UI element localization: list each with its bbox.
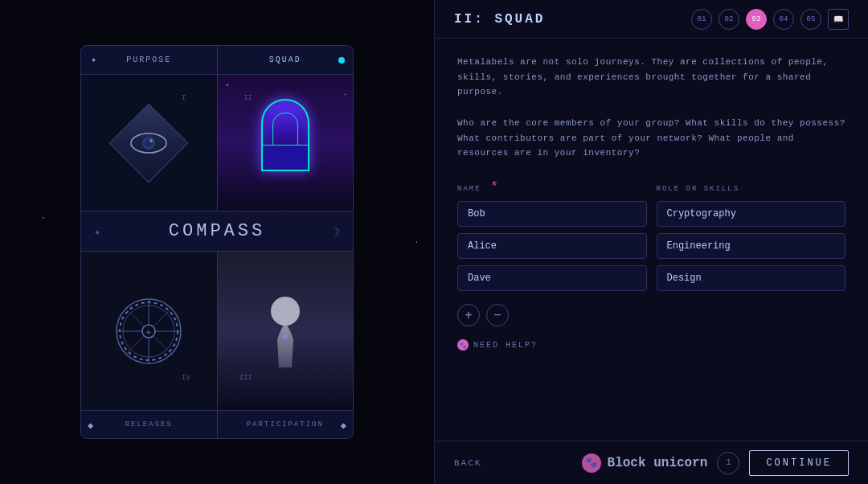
card-title-section: ✦ COMPASS ☽	[81, 211, 353, 252]
description-text: Metalabels are not solo journeys. They a…	[457, 55, 845, 100]
corner-diamond-bl: ◆	[88, 420, 93, 432]
step-05[interactable]: 05	[800, 9, 821, 30]
required-indicator: *	[483, 180, 498, 195]
card-top-images: I II ✦ ✦	[81, 75, 353, 211]
tab-participation[interactable]: PARTICIPATION	[218, 411, 354, 438]
name-column-label: NAME	[457, 185, 481, 193]
corner-diamond-br: ◆	[341, 420, 346, 432]
roman-II: II	[244, 94, 252, 102]
need-help-section: 🐾 NEED HELP?	[457, 339, 845, 351]
watermark: 🐾 Block unicorn	[582, 453, 708, 473]
compass-card: ✦ PURPOSE SQUAD I II	[80, 45, 354, 439]
section-title: II: SQUAD	[454, 12, 545, 27]
hand-svg	[261, 295, 309, 367]
step-01[interactable]: 01	[691, 9, 712, 30]
svg-point-13	[271, 297, 300, 326]
star-decoration: ✦	[226, 81, 230, 88]
card-eye-image	[81, 75, 218, 211]
member-name-2[interactable]	[457, 233, 647, 259]
right-panel: II: SQUAD 01 02 03 04 05 📖 Metalabels ar…	[434, 0, 868, 484]
role-column-label: ROLE OR SKILLS	[657, 185, 740, 193]
remove-member-button[interactable]: −	[486, 304, 509, 326]
squad-row-1	[457, 201, 845, 227]
step-04[interactable]: 04	[773, 9, 794, 30]
roman-IV: IV	[182, 374, 190, 382]
card-window-image: ✦ ✦	[218, 75, 354, 211]
step-book[interactable]: 📖	[828, 9, 849, 30]
moon-right: ☽	[334, 224, 340, 238]
squad-row-3	[457, 265, 845, 291]
watermark-icon: 🐾	[582, 453, 601, 473]
squad-row-2	[457, 233, 845, 259]
card-hand-image	[218, 252, 354, 410]
card-tabs: PURPOSE SQUAD	[81, 46, 353, 75]
card-compass-image: ✛	[81, 252, 218, 410]
add-member-button[interactable]: +	[457, 304, 480, 326]
squad-form: NAME * ROLE OR SKILLS	[457, 180, 845, 351]
star-decoration2: ✦	[343, 91, 346, 97]
help-icon: 🐾	[457, 339, 469, 351]
svg-point-16	[283, 334, 288, 339]
card-bottom-images: IV III ✛	[81, 252, 353, 411]
right-footer: BACK 🐾 Block unicorn 1 CONTINUE	[435, 441, 868, 484]
tab-purpose[interactable]: PURPOSE	[81, 46, 218, 74]
page-indicator: 1	[717, 452, 739, 474]
help-label[interactable]: NEED HELP?	[473, 341, 538, 350]
roman-III: III	[240, 374, 252, 382]
back-button[interactable]: BACK	[454, 458, 481, 468]
member-name-1[interactable]	[457, 201, 647, 227]
member-role-3[interactable]	[657, 265, 846, 291]
roman-I: I	[182, 94, 186, 102]
continue-button[interactable]: CONTINUE	[749, 450, 849, 476]
left-panel: ✦ PURPOSE SQUAD I II	[0, 0, 434, 484]
member-role-2[interactable]	[657, 233, 846, 259]
footer-right: 🐾 Block unicorn 1 CONTINUE	[582, 450, 849, 476]
eye-svg	[129, 131, 169, 155]
tab-releases[interactable]: RELEASES	[81, 411, 218, 438]
card-title-text: COMPASS	[169, 221, 265, 241]
watermark-text: Block unicorn	[608, 456, 708, 470]
card-bottom-tabs: RELEASES PARTICIPATION	[81, 411, 353, 438]
gothic-window	[257, 99, 313, 187]
form-actions: + −	[457, 304, 845, 326]
diamond-left: ✦	[94, 224, 100, 238]
tab-squad[interactable]: SQUAD	[218, 46, 354, 74]
compass-svg: ✛	[113, 295, 185, 367]
step-02[interactable]: 02	[719, 9, 739, 30]
right-header: II: SQUAD 01 02 03 04 05 📖	[435, 0, 868, 39]
right-content: Metalabels are not solo journeys. They a…	[435, 39, 868, 441]
step-indicators: 01 02 03 04 05 📖	[691, 9, 849, 30]
svg-point-3	[149, 139, 153, 142]
form-header: NAME * ROLE OR SKILLS	[457, 180, 845, 195]
step-03[interactable]: 03	[746, 9, 767, 30]
member-name-3[interactable]	[457, 265, 647, 291]
member-role-1[interactable]	[657, 201, 846, 227]
svg-text:✛: ✛	[146, 328, 151, 337]
question-text: Who are the core members of your group? …	[457, 116, 845, 161]
